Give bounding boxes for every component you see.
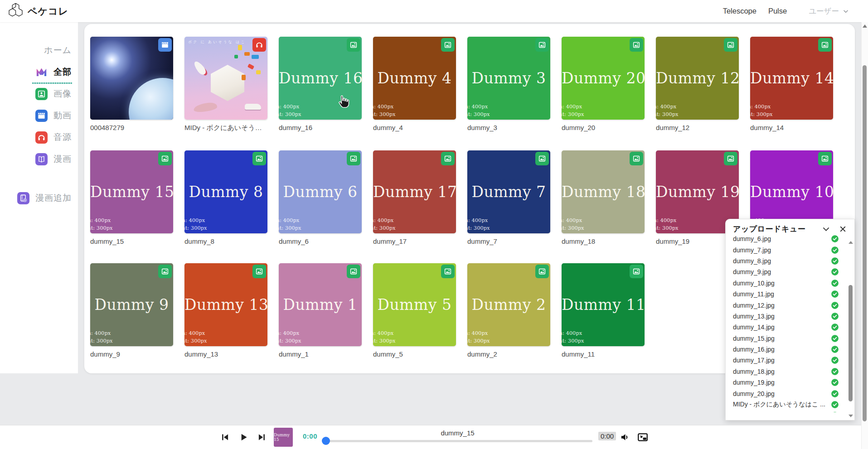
media-cell: ボク に あいそうな はこMIDy - ボクにあいそう… xyxy=(184,37,267,132)
upload-queue-row: dummy_11.jpg xyxy=(733,289,839,299)
upload-success-check-icon xyxy=(831,390,839,398)
image-type-badge-picture-icon xyxy=(818,152,832,165)
upload-queue-row: dummy_18.jpg xyxy=(733,366,839,377)
confetti-art xyxy=(242,75,246,80)
cube-art xyxy=(211,65,244,101)
media-card-MIDy - ボクにあいそう…[interactable]: ボク に あいそうな はこ xyxy=(184,37,267,120)
media-cell: Dummy 1width: 400px height: 300pxdummy_1 xyxy=(279,263,362,358)
page-scroll-up-arrow[interactable] xyxy=(863,24,867,28)
image-type-badge-picture-icon xyxy=(630,265,643,278)
upload-queue-row: dummy_6.jpg xyxy=(733,233,839,244)
sidebar-item-all[interactable]: 全部 xyxy=(0,61,78,83)
upload-queue-row: dummy_10.jpg xyxy=(733,278,839,289)
card-caption: MIDy - ボクにあいそう… xyxy=(184,124,267,132)
user-menu[interactable]: ユーザー xyxy=(809,6,849,16)
nav-link-pulse[interactable]: Pulse xyxy=(768,7,787,15)
brand-link[interactable]: ペケコレ xyxy=(8,2,68,20)
sidebar-item-label: 音源 xyxy=(53,131,72,143)
media-cell: Dummy 6width: 400px height: 300pxdummy_6 xyxy=(279,150,362,245)
media-card-dummy_17[interactable]: Dummy 17width: 400px height: 300px xyxy=(373,150,456,233)
media-cell: Dummy 3width: 400px height: 300pxdummy_3 xyxy=(467,37,550,132)
image-type-badge-picture-icon xyxy=(630,152,643,165)
sidebar-item-manga-add[interactable]: 漫画追加 xyxy=(0,187,78,209)
sidebar-item-videos[interactable]: 動画 xyxy=(0,105,78,126)
image-type-badge-picture-icon xyxy=(347,152,360,165)
media-card-000487279[interactable] xyxy=(90,37,173,120)
upload-queue-row: dummy_17.jpg xyxy=(733,355,839,366)
close-icon[interactable] xyxy=(839,225,847,233)
media-card-dummy_1[interactable]: Dummy 1width: 400px height: 300px xyxy=(279,263,362,346)
picture-in-picture-button[interactable] xyxy=(637,431,649,443)
media-card-dummy_14[interactable]: Dummy 14width: 400px height: 300px xyxy=(750,37,833,120)
top-navbar: ペケコレ Telescope Pulse ユーザー xyxy=(0,0,868,22)
media-card-dummy_2[interactable]: Dummy 2width: 400px height: 300px xyxy=(467,263,550,346)
media-card-dummy_15[interactable]: Dummy 15width: 400px height: 300px xyxy=(90,150,173,233)
media-player-bar: Dummy 15 0:00 dummy_15 0:00 xyxy=(0,425,868,449)
page-scrollbar-thumb[interactable] xyxy=(863,65,867,421)
sidebar-item-images[interactable]: 画像 xyxy=(0,83,78,105)
media-card-dummy_11[interactable]: Dummy 11width: 400px height: 300px xyxy=(562,263,645,346)
card-title: Dummy 14 xyxy=(750,69,833,87)
media-card-dummy_7[interactable]: Dummy 7width: 400px height: 300px xyxy=(467,150,550,233)
scroll-down-arrow[interactable] xyxy=(849,415,853,417)
upload-file-name: dummy_10.jpg xyxy=(733,280,827,287)
media-card-dummy_9[interactable]: Dummy 9width: 400px height: 300px xyxy=(90,263,173,346)
media-card-dummy_8[interactable]: Dummy 8width: 400px height: 300px xyxy=(184,150,267,233)
upload-queue-row: dummy_9.jpg xyxy=(733,266,839,277)
upload-file-name: dummy_13.jpg xyxy=(733,313,827,320)
image-type-badge-picture-icon xyxy=(535,152,549,165)
scroll-up-arrow[interactable] xyxy=(849,241,853,244)
card-title: Dummy 11 xyxy=(562,295,645,313)
media-card-dummy_6[interactable]: Dummy 6width: 400px height: 300px xyxy=(279,150,362,233)
sidebar-item-manga[interactable]: 漫画 xyxy=(0,148,78,170)
queue-scrollbar-thumb[interactable] xyxy=(849,285,853,401)
album-art-text: ボク に あいそうな はこ xyxy=(188,39,246,44)
card-caption: dummy_14 xyxy=(750,124,833,131)
page-scrollbar xyxy=(861,22,868,449)
sidebar-item-label: 画像 xyxy=(53,88,72,100)
card-title: Dummy 5 xyxy=(373,295,456,313)
collapse-chevron-icon[interactable] xyxy=(822,225,830,233)
confetti-art xyxy=(256,70,261,74)
upload-success-check-icon xyxy=(831,323,839,331)
duration-time: 0:00 xyxy=(598,432,616,440)
confetti-art xyxy=(238,45,242,50)
media-cell: Dummy 8width: 400px height: 300pxdummy_8 xyxy=(184,150,267,245)
card-caption: dummy_12 xyxy=(656,124,739,131)
image-type-badge-picture-icon xyxy=(252,152,266,165)
image-dimensions-overlay: width: 400px height: 300px xyxy=(467,217,490,232)
image-type-badge-picture-icon xyxy=(347,38,360,52)
media-card-dummy_4[interactable]: Dummy 4width: 400px height: 300px xyxy=(373,37,456,120)
media-card-dummy_5[interactable]: Dummy 5width: 400px height: 300px xyxy=(373,263,456,346)
media-card-dummy_12[interactable]: Dummy 12width: 400px height: 300px xyxy=(656,37,739,120)
media-cell: Dummy 2width: 400px height: 300pxdummy_2 xyxy=(467,263,550,358)
nav-link-telescope[interactable]: Telescope xyxy=(723,7,756,15)
media-cell: Dummy 13width: 400px height: 300pxdummy_… xyxy=(184,263,267,358)
image-dimensions-overlay: width: 400px height: 300px xyxy=(656,217,679,232)
seek-slider-thumb[interactable] xyxy=(322,437,330,445)
media-cell: Dummy 14width: 400px height: 300pxdummy_… xyxy=(750,37,833,132)
sidebar-item-audio[interactable]: 音源 xyxy=(0,126,78,148)
media-card-dummy_18[interactable]: Dummy 18width: 400px height: 300px xyxy=(562,150,645,233)
media-card-dummy_16[interactable]: Dummy 16width: 400px height: 300px xyxy=(279,37,362,120)
upload-success-check-icon xyxy=(831,279,839,287)
next-track-button[interactable] xyxy=(256,431,268,443)
volume-button[interactable] xyxy=(619,431,631,443)
media-card-dummy_20[interactable]: Dummy 20width: 400px height: 300px xyxy=(562,37,645,120)
upload-file-name: dummy_8.jpg xyxy=(733,257,827,265)
card-title: Dummy 6 xyxy=(279,183,362,200)
image-type-badge-picture-icon xyxy=(158,152,172,165)
card-title: Dummy 9 xyxy=(90,295,173,313)
play-button[interactable] xyxy=(238,431,249,443)
upload-file-name: dummy_16.jpg xyxy=(733,346,827,353)
previous-track-button[interactable] xyxy=(219,431,231,443)
image-type-badge-picture-icon xyxy=(724,38,737,52)
seek-slider-track[interactable] xyxy=(323,440,592,442)
media-cell: Dummy 4width: 400px height: 300pxdummy_4 xyxy=(373,37,456,132)
upload-file-name: dummy_15.jpg xyxy=(733,335,827,342)
media-card-dummy_13[interactable]: Dummy 13width: 400px height: 300px xyxy=(184,263,267,346)
chevron-down-icon xyxy=(843,8,849,14)
media-card-dummy_3[interactable]: Dummy 3width: 400px height: 300px xyxy=(467,37,550,120)
book-icon xyxy=(35,153,48,165)
sidebar-item-home[interactable]: ホーム xyxy=(0,39,78,61)
